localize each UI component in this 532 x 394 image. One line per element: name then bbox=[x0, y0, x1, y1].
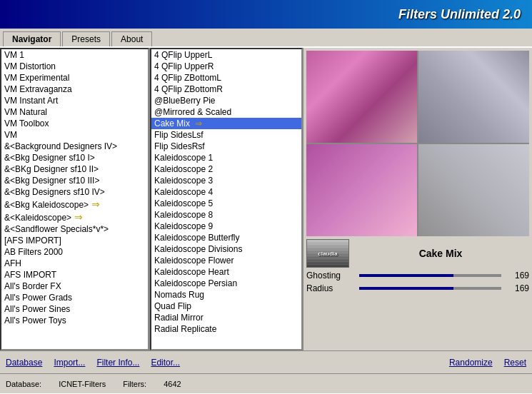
right-panel: claudia Cake Mix Ghosting169Radius169 bbox=[303, 48, 532, 350]
arrow-icon: ⇒ bbox=[74, 211, 83, 223]
slider-value: 169 bbox=[504, 271, 529, 281]
left-list-item[interactable]: &<Bkg Designer sf10 III> bbox=[1, 175, 148, 186]
middle-list-item[interactable]: Kaleidoscope 4 bbox=[151, 186, 301, 198]
left-list-item[interactable]: VM Natural bbox=[1, 106, 148, 118]
left-list-item[interactable]: AFH bbox=[1, 258, 148, 269]
filter-name-display: Cake Mix bbox=[352, 248, 529, 259]
left-list-item[interactable]: [AFS IMPORT] bbox=[1, 235, 148, 246]
left-list-item[interactable]: All's Power Toys bbox=[1, 315, 148, 326]
preview-image-3 bbox=[306, 144, 417, 236]
middle-list-item[interactable]: Kaleidoscope 9 bbox=[151, 221, 301, 232]
slider-track[interactable] bbox=[359, 274, 501, 277]
bottom-toolbar: Database Import... Filter Info... Editor… bbox=[0, 350, 532, 373]
left-list-item[interactable]: &<Kaleidoscope> ⇒ bbox=[1, 211, 148, 223]
slider-fill bbox=[359, 287, 453, 290]
preview-image-1 bbox=[306, 51, 417, 143]
slider-track[interactable] bbox=[359, 287, 501, 290]
left-list-item[interactable]: &<Background Designers IV> bbox=[1, 141, 148, 152]
middle-list-item[interactable]: Kaleidoscope 3 bbox=[151, 175, 301, 186]
import-button[interactable]: Import... bbox=[54, 358, 85, 368]
middle-list-item[interactable]: @BlueBerry Pie bbox=[151, 95, 301, 106]
left-list-item[interactable]: AFS IMPORT bbox=[1, 269, 148, 281]
middle-list-item[interactable]: Kaleidoscope Flower bbox=[151, 255, 301, 266]
left-list-item[interactable]: &<Bkg Designers sf10 IV> bbox=[1, 186, 148, 198]
tab-presets[interactable]: Presets bbox=[62, 31, 110, 46]
left-list-item[interactable]: &<Bkg Kaleidoscope> ⇒ bbox=[1, 198, 148, 211]
preview-cell-3 bbox=[306, 144, 417, 236]
left-list-item[interactable]: VM bbox=[1, 129, 148, 141]
slider-row: Radius169 bbox=[306, 283, 529, 293]
slider-fill bbox=[359, 274, 453, 277]
left-list-item[interactable]: VM Distortion bbox=[1, 61, 148, 72]
filter-list[interactable]: 4 QFlip UpperL4 QFlip UpperR4 QFlip ZBot… bbox=[150, 48, 303, 350]
filter-display-row: claudia Cake Mix bbox=[306, 239, 529, 268]
left-panel: VM 1VM DistortionVM ExperimentalVM Extra… bbox=[0, 48, 150, 350]
database-label: Database: bbox=[6, 380, 41, 388]
preview-cell-4 bbox=[418, 144, 529, 236]
middle-list-item[interactable]: Kaleidoscope 5 bbox=[151, 198, 301, 209]
middle-list-item[interactable]: Kaleidoscope Persian bbox=[151, 278, 301, 289]
editor-button[interactable]: Editor... bbox=[151, 358, 180, 368]
selection-arrow-icon: ⇒ bbox=[193, 118, 202, 128]
left-list-item[interactable]: AB Filters 2000 bbox=[1, 246, 148, 258]
database-button[interactable]: Database bbox=[6, 358, 42, 368]
middle-list-item[interactable]: Radial Replicate bbox=[151, 323, 301, 335]
middle-list-item[interactable]: 4 QFlip UpperR bbox=[151, 61, 301, 72]
left-list-item[interactable]: VM 1 bbox=[1, 49, 148, 61]
middle-panel: 4 QFlip UpperL4 QFlip UpperR4 QFlip ZBot… bbox=[150, 48, 303, 350]
left-list-item[interactable]: &<BKg Designer sf10 II> bbox=[1, 163, 148, 175]
left-list-item[interactable]: &<Bkg Designer sf10 I> bbox=[1, 152, 148, 163]
main-content: VM 1VM DistortionVM ExperimentalVM Extra… bbox=[0, 48, 532, 350]
category-list[interactable]: VM 1VM DistortionVM ExperimentalVM Extra… bbox=[0, 48, 149, 350]
middle-list-item[interactable]: 4 QFlip ZBottomR bbox=[151, 84, 301, 95]
reset-button[interactable]: Reset bbox=[504, 358, 526, 368]
middle-list-item[interactable]: Cake Mix ⇒ bbox=[151, 118, 301, 129]
left-list-item[interactable]: All's Power Grads bbox=[1, 292, 148, 303]
tab-navigator[interactable]: Navigator bbox=[3, 31, 61, 46]
slider-row: Ghosting169 bbox=[306, 271, 529, 281]
left-list-item[interactable]: All's Power Sines bbox=[1, 303, 148, 315]
icon-text: claudia bbox=[318, 251, 338, 257]
middle-list-item[interactable]: @Mirrored & Scaled bbox=[151, 106, 301, 118]
status-bar: Database: ICNET-Filters Filters: 4642 bbox=[0, 373, 532, 393]
database-value: ICNET-Filters bbox=[59, 380, 106, 388]
middle-list-item[interactable]: Flip SidesRsf bbox=[151, 141, 301, 152]
left-list-item[interactable]: VM Extravaganza bbox=[1, 84, 148, 95]
left-list-item[interactable]: VM Toolbox bbox=[1, 118, 148, 129]
middle-list-item[interactable]: Kaleidoscope Divisions bbox=[151, 243, 301, 255]
middle-list-item[interactable]: Kaleidoscope 1 bbox=[151, 152, 301, 163]
left-list-item[interactable]: VM Experimental bbox=[1, 72, 148, 84]
preview-cell-1 bbox=[306, 51, 417, 143]
sliders-area: Ghosting169Radius169 bbox=[306, 271, 529, 348]
middle-list-item[interactable]: Kaleidoscope 8 bbox=[151, 209, 301, 221]
slider-label: Radius bbox=[306, 283, 356, 293]
middle-list-item[interactable]: Flip SidesLsf bbox=[151, 129, 301, 141]
slider-value: 169 bbox=[504, 283, 529, 293]
slider-label: Ghosting bbox=[306, 271, 356, 281]
filter-info-button[interactable]: Filter Info... bbox=[96, 358, 139, 368]
preview-area bbox=[306, 51, 529, 236]
app-title: Filters Unlimited 2.0 bbox=[398, 7, 521, 22]
left-list-item[interactable]: All's Border FX bbox=[1, 281, 148, 292]
middle-list-item[interactable]: Kaleidoscope Butterfly bbox=[151, 232, 301, 243]
randomize-button[interactable]: Randomize bbox=[449, 358, 493, 368]
tab-about[interactable]: About bbox=[111, 31, 152, 46]
filters-value: 4642 bbox=[164, 380, 181, 388]
middle-list-item[interactable]: Radial Mirror bbox=[151, 312, 301, 323]
middle-list-item[interactable]: Nomads Rug bbox=[151, 289, 301, 300]
middle-list-item[interactable]: 4 QFlip ZBottomL bbox=[151, 72, 301, 84]
category-list-container: VM 1VM DistortionVM ExperimentalVM Extra… bbox=[0, 48, 149, 350]
filters-label: Filters: bbox=[123, 380, 146, 388]
preview-image-4 bbox=[418, 144, 529, 236]
preview-cell-2 bbox=[418, 51, 529, 143]
middle-list-item[interactable]: Quad Flip bbox=[151, 300, 301, 312]
left-list-item[interactable]: &<Sandflower Specials*v*> bbox=[1, 223, 148, 235]
middle-list-item[interactable]: 4 QFlip UpperL bbox=[151, 49, 301, 61]
arrow-icon: ⇒ bbox=[91, 198, 100, 210]
tab-bar: Navigator Presets About bbox=[0, 29, 532, 48]
filter-icon: claudia bbox=[306, 239, 349, 268]
middle-list-item[interactable]: Kaleidoscope 2 bbox=[151, 163, 301, 175]
left-list-item[interactable]: VM Instant Art bbox=[1, 95, 148, 106]
middle-list-item[interactable]: Kaleidoscope Heart bbox=[151, 266, 301, 278]
preview-image-2 bbox=[418, 51, 529, 143]
